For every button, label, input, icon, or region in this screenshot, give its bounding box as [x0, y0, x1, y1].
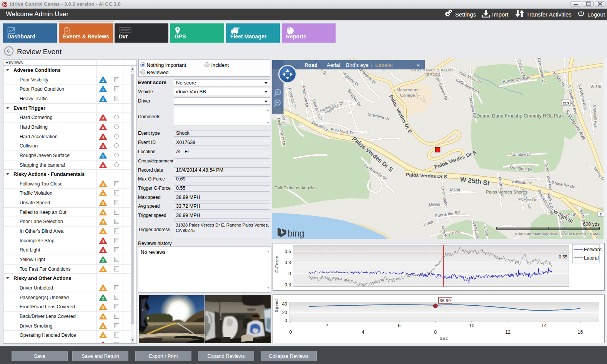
- svg-text:4: 4: [102, 248, 104, 253]
- svg-text:Aerial: Aerial: [327, 62, 340, 68]
- svg-text:8: 8: [434, 329, 437, 335]
- svg-text:3: 3: [102, 192, 104, 196]
- svg-text:20: 20: [282, 310, 288, 315]
- svg-text:Lateral: Lateral: [584, 255, 599, 261]
- svg-text:1: 1: [102, 97, 104, 101]
- svg-text:4: 4: [102, 135, 104, 139]
- svg-text:3: 3: [102, 182, 104, 187]
- svg-text:3: 3: [102, 201, 104, 205]
- svg-text:4: 4: [102, 144, 104, 149]
- svg-text:1: 1: [102, 78, 104, 83]
- svg-text:4: 4: [102, 164, 104, 168]
- svg-text:SEC: SEC: [439, 336, 448, 341]
- svg-text:0.3: 0.3: [284, 260, 291, 265]
- svg-text:3: 3: [102, 268, 104, 272]
- svg-text:0.6: 0.6: [284, 249, 291, 254]
- svg-text:«: «: [417, 62, 420, 68]
- svg-text:14: 14: [541, 323, 547, 328]
- svg-text:0.55: 0.55: [559, 255, 567, 259]
- svg-text:3: 3: [102, 211, 104, 215]
- svg-text:G-Force: G-Force: [274, 256, 279, 273]
- svg-text:Marymount: Marymount: [396, 88, 419, 92]
- svg-text:3: 3: [102, 315, 104, 319]
- svg-text:Palos Verdes Shores: Palos Verdes Shores: [486, 190, 527, 194]
- svg-text:Road: Road: [304, 62, 318, 68]
- svg-text:College: College: [400, 93, 415, 98]
- svg-text:1: 1: [102, 154, 104, 158]
- svg-text:10: 10: [469, 323, 474, 328]
- svg-text:0: 0: [284, 318, 287, 323]
- svg-text:3: 3: [102, 334, 104, 338]
- svg-text:VERDES: VERDES: [424, 72, 441, 76]
- svg-text:16: 16: [578, 329, 583, 335]
- svg-text:6: 6: [398, 323, 401, 328]
- svg-text:Divino: Divino: [429, 202, 440, 207]
- svg-text:Speed: Speed: [274, 299, 279, 312]
- svg-text:4: 4: [362, 329, 364, 335]
- svg-text:1: 1: [102, 88, 104, 92]
- svg-text:Cumbre Dr: Cumbre Dr: [511, 152, 531, 157]
- svg-text:|: |: [392, 62, 394, 68]
- svg-text:40: 40: [282, 301, 288, 307]
- svg-text:-0.3: -0.3: [283, 282, 291, 288]
- svg-text:bing: bing: [288, 228, 304, 238]
- svg-text:213: 213: [563, 101, 569, 105]
- svg-text:600 yds: 600 yds: [583, 222, 600, 227]
- svg-text:© 2014 Microsoft Corporation: © 2014 Microsoft Corporation © 2010 NAVT…: [515, 232, 600, 236]
- svg-text:3: 3: [102, 305, 104, 309]
- svg-text:2: 2: [326, 323, 328, 328]
- svg-text:Forward: Forward: [584, 247, 602, 252]
- svg-text:2: 2: [102, 258, 104, 262]
- svg-text:Golf Club-Los Angelas: Golf Club-Los Angelas: [274, 185, 317, 190]
- svg-text:|: |: [371, 62, 373, 68]
- svg-text:0: 0: [289, 329, 292, 335]
- svg-text:4: 4: [102, 343, 104, 344]
- svg-text:Dicha: Dicha: [450, 187, 460, 192]
- svg-text:Deane Dana Frndshp Cmmnty RGL: Deane Dana Frndshp Cmmnty RGL Park: [476, 113, 564, 119]
- svg-text:MERGE: MERGE: [121, 29, 130, 31]
- svg-text:3: 3: [102, 324, 104, 329]
- svg-text:4: 4: [102, 239, 104, 243]
- svg-text:0: 0: [288, 271, 291, 276]
- svg-text:4: 4: [102, 126, 104, 130]
- svg-text:3: 3: [102, 286, 104, 291]
- svg-text:2: 2: [600, 212, 602, 216]
- svg-text:3: 3: [102, 230, 104, 234]
- svg-text:Labels: Labels: [375, 62, 392, 68]
- svg-text:12: 12: [505, 329, 511, 335]
- svg-text:Bird's eye: Bird's eye: [346, 62, 369, 68]
- svg-text:W 10t: W 10t: [590, 84, 601, 89]
- svg-text:3: 3: [102, 220, 104, 224]
- svg-text:4: 4: [102, 116, 104, 120]
- svg-text:2: 2: [102, 296, 104, 300]
- svg-text:36.99: 36.99: [440, 298, 451, 303]
